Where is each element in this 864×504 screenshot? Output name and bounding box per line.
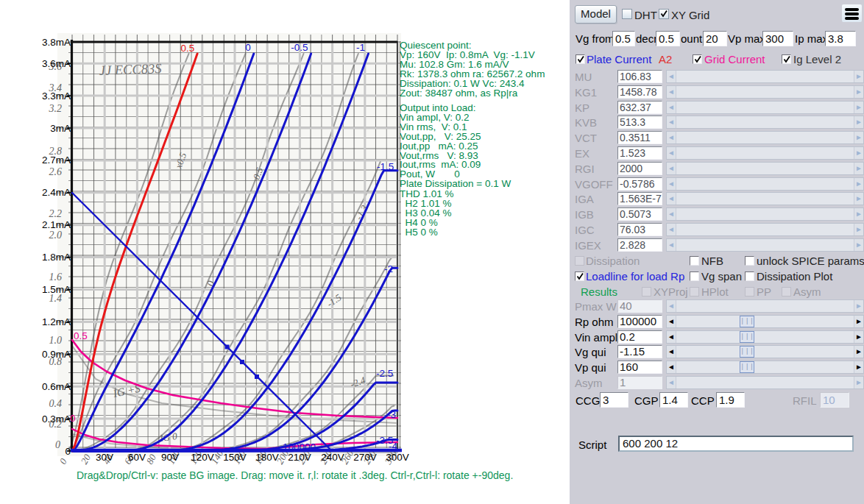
svg-text:1.5mA: 1.5mA	[42, 284, 71, 295]
svg-text:2.0: 2.0	[49, 230, 63, 241]
svg-text:0.5: 0.5	[74, 330, 88, 341]
svg-text:-1: -1	[356, 42, 365, 53]
svg-text:2.2: 2.2	[49, 208, 63, 219]
svg-text:1.6: 1.6	[49, 271, 63, 283]
svg-text:0.3mA: 0.3mA	[42, 414, 71, 425]
svg-text:3.6mA: 3.6mA	[42, 58, 71, 69]
svg-text:1.2mA: 1.2mA	[42, 316, 71, 327]
svg-text:3mA: 3mA	[50, 123, 71, 134]
svg-text:Drag&Drop/Ctrl-v: paste BG ima: Drag&Drop/Ctrl-v: paste BG image. Drag: …	[77, 469, 513, 481]
svg-text:210V: 210V	[288, 452, 311, 463]
svg-text:270V: 270V	[353, 452, 377, 463]
svg-text:0: 0	[245, 42, 251, 53]
svg-text:3.8mA: 3.8mA	[42, 37, 71, 48]
svg-text:150V: 150V	[223, 452, 247, 463]
svg-text:3.3mA: 3.3mA	[42, 90, 71, 102]
svg-text:90V: 90V	[161, 452, 179, 463]
svg-text:0.6mA: 0.6mA	[42, 381, 71, 392]
svg-text:Zout: 38487 ohm, as Rp|ra: Zout: 38487 ohm, as Rp|ra	[400, 88, 518, 99]
svg-text:300V: 300V	[386, 452, 409, 463]
svg-text:240V: 240V	[321, 452, 344, 463]
svg-text:0: 0	[55, 439, 60, 450]
svg-text:0.5: 0.5	[181, 43, 195, 54]
svg-text:1.8mA: 1.8mA	[42, 252, 71, 263]
svg-text:0: 0	[70, 413, 76, 424]
svg-text:60V: 60V	[128, 452, 146, 463]
svg-text:1.0: 1.0	[49, 335, 63, 346]
svg-text:120V: 120V	[191, 452, 214, 463]
svg-text:100000: 100000	[283, 441, 316, 452]
svg-text:180V: 180V	[255, 452, 279, 463]
svg-text:2.1mA: 2.1mA	[42, 219, 71, 230]
svg-text:3.2: 3.2	[49, 103, 63, 114]
svg-text:-0.5: -0.5	[291, 42, 308, 53]
svg-text:-4: -4	[389, 441, 397, 452]
svg-text:-1.5: -1.5	[377, 161, 394, 172]
svg-text:JJ ECC83S: JJ ECC83S	[99, 61, 161, 78]
svg-text:2.7mA: 2.7mA	[42, 155, 71, 166]
svg-text:2.6: 2.6	[49, 166, 63, 177]
svg-text:-2: -2	[384, 263, 393, 274]
svg-text:0.9mA: 0.9mA	[42, 349, 71, 360]
svg-text:H5 0 %: H5 0 %	[400, 227, 438, 238]
svg-text:Plate Dissipation = 0.1 W: Plate Dissipation = 0.1 W	[400, 178, 511, 189]
svg-text:0.4: 0.4	[49, 398, 63, 409]
svg-text:2.4mA: 2.4mA	[42, 187, 71, 198]
svg-text:-2.5: -2.5	[376, 368, 393, 379]
svg-text:30V: 30V	[96, 452, 113, 463]
svg-text:0: 0	[65, 446, 71, 457]
svg-text:-3: -3	[387, 409, 396, 420]
